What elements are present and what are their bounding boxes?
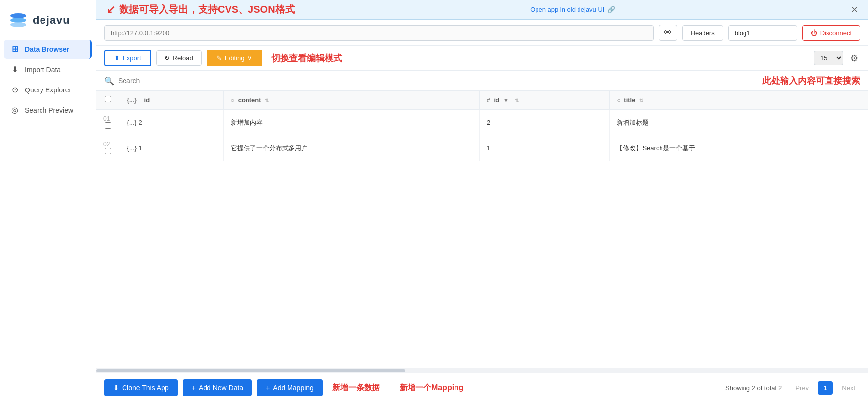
th-num-id-label: id bbox=[494, 96, 499, 104]
index-input[interactable] bbox=[728, 25, 797, 41]
row-number: 01 bbox=[103, 115, 110, 122]
export-icon: ⬆ bbox=[114, 54, 120, 62]
editing-icon: ✎ bbox=[216, 54, 222, 62]
scroll-thumb bbox=[96, 369, 405, 372]
editing-annotation: 切换查看编辑模式 bbox=[271, 52, 342, 64]
table-body: 01 {...} 2 新增加内容 2 新增加标题 02 {...} 1 它提供了… bbox=[96, 109, 868, 161]
export-label: Export bbox=[123, 54, 141, 62]
editing-button[interactable]: ✎ Editing ∨ bbox=[207, 50, 262, 66]
cell-content: 它提供了一个分布式多用户 bbox=[223, 135, 479, 161]
content-sort-icon[interactable]: ⇅ bbox=[265, 98, 269, 103]
add-new-data-button[interactable]: + Add New Data bbox=[183, 379, 252, 396]
sidebar-item-data-browser[interactable]: ⊞ Data Browser bbox=[4, 40, 92, 59]
link-icon: 🔗 bbox=[607, 6, 615, 13]
id-type-icon: {...} bbox=[127, 97, 136, 104]
settings-button[interactable]: ⚙ bbox=[848, 51, 860, 66]
sidebar-item-search-preview[interactable]: ◎ Search Preview bbox=[4, 100, 92, 120]
headers-button[interactable]: Headers bbox=[682, 25, 723, 41]
page-size-select[interactable]: 15 25 50 100 bbox=[814, 51, 843, 65]
row-checkbox[interactable] bbox=[105, 122, 111, 129]
svg-point-0 bbox=[10, 13, 26, 18]
query-explorer-icon: ⊙ bbox=[10, 85, 20, 94]
table-header-row: {...} _id ○ content ⇅ # id ▼ ⇅ bbox=[96, 91, 868, 109]
cell-title: 新增加标题 bbox=[610, 109, 868, 135]
th-content-label: content bbox=[238, 96, 261, 104]
sidebar-item-label: Data Browser bbox=[25, 45, 69, 53]
showing-text: Showing 2 of total 2 bbox=[725, 384, 782, 392]
reload-button[interactable]: ↻ Reload bbox=[156, 50, 202, 66]
annotation-add-data: 新增一条数据 bbox=[332, 383, 380, 393]
page-1-button[interactable]: 1 bbox=[818, 381, 833, 395]
footer-annotations: 新增一条数据 新增一个Mapping bbox=[332, 383, 464, 393]
banner-link[interactable]: Open app in old dejavu UI 🔗 bbox=[530, 6, 615, 13]
add-mapping-icon: + bbox=[266, 384, 270, 392]
cell-id: 1 bbox=[480, 135, 610, 161]
disconnect-icon: ⏻ bbox=[811, 29, 817, 37]
cell-title: 【修改】Search是一个基于 bbox=[610, 135, 868, 161]
main-area: ↙ 数据可导入导出，支持CVS、JSON格式 Open app in old d… bbox=[96, 0, 868, 402]
filter-icon[interactable]: ▼ bbox=[503, 97, 509, 104]
cell-_id: {...} 1 bbox=[120, 135, 223, 161]
editing-label: Editing bbox=[225, 54, 245, 62]
title-type-icon: ○ bbox=[617, 97, 620, 104]
clone-label: Clone This App bbox=[122, 384, 169, 392]
prev-button[interactable]: Prev bbox=[790, 381, 814, 395]
th-id-label: _id bbox=[140, 96, 150, 104]
svg-point-1 bbox=[10, 18, 26, 23]
search-icon: 🔍 bbox=[104, 76, 114, 86]
add-data-icon: + bbox=[192, 384, 196, 392]
cell-_id: {...} 2 bbox=[120, 109, 223, 135]
horizontal-scrollbar[interactable] bbox=[96, 368, 868, 373]
row-num-cell: 01 bbox=[96, 109, 120, 135]
th-title-label: title bbox=[624, 96, 635, 104]
title-sort-icon[interactable]: ⇅ bbox=[639, 98, 643, 103]
content-area: 👁 Headers ⏻ Disconnect ⬆ Export ↻ Reload… bbox=[96, 20, 868, 402]
add-mapping-label: Add Mapping bbox=[273, 384, 314, 392]
cell-content: 新增加内容 bbox=[223, 109, 479, 135]
sidebar-item-label: Search Preview bbox=[25, 106, 73, 114]
id-sort-icon[interactable]: ⇅ bbox=[515, 98, 519, 103]
row-num-cell: 02 bbox=[96, 135, 120, 161]
select-all-checkbox[interactable] bbox=[105, 96, 111, 102]
search-annotation: 此处输入内容可直接搜索 bbox=[762, 75, 860, 87]
th-id: {...} _id bbox=[120, 91, 223, 109]
th-title: ○ title ⇅ bbox=[610, 91, 868, 109]
row-checkbox[interactable] bbox=[105, 148, 111, 154]
banner-link-text: Open app in old dejavu UI bbox=[530, 6, 604, 13]
footer: ⬇ Clone This App + Add New Data + Add Ma… bbox=[96, 373, 868, 402]
import-data-icon: ⬇ bbox=[10, 65, 20, 74]
url-bar-row: 👁 Headers ⏻ Disconnect bbox=[96, 20, 868, 46]
export-button[interactable]: ⬆ Export bbox=[104, 50, 151, 66]
next-button[interactable]: Next bbox=[837, 381, 860, 395]
logo-area: dejavu bbox=[0, 5, 96, 40]
th-content: ○ content ⇅ bbox=[223, 91, 479, 109]
sidebar-item-import-data[interactable]: ⬇ Import Data bbox=[4, 60, 92, 79]
toolbar-row: ⬆ Export ↻ Reload ✎ Editing ∨ 切换查看编辑模式 1… bbox=[96, 46, 868, 71]
eye-button[interactable]: 👁 bbox=[659, 25, 677, 41]
num-id-type-icon: # bbox=[487, 97, 490, 104]
add-mapping-button[interactable]: + Add Mapping bbox=[257, 379, 323, 396]
reload-icon: ↻ bbox=[165, 54, 170, 62]
sidebar-item-label: Query Explorer bbox=[25, 86, 71, 94]
table-row: 01 {...} 2 新增加内容 2 新增加标题 bbox=[96, 109, 868, 135]
banner-close-button[interactable]: ✕ bbox=[851, 5, 858, 14]
data-table-container: {...} _id ○ content ⇅ # id ▼ ⇅ bbox=[96, 91, 868, 368]
url-input[interactable] bbox=[104, 25, 654, 41]
reload-label: Reload bbox=[173, 54, 193, 62]
cell-id: 2 bbox=[480, 109, 610, 135]
svg-point-2 bbox=[10, 22, 26, 27]
content-type-icon: ○ bbox=[231, 97, 234, 104]
sidebar-item-query-explorer[interactable]: ⊙ Query Explorer bbox=[4, 80, 92, 99]
th-num-id: # id ▼ ⇅ bbox=[480, 91, 610, 109]
annotation-add-mapping: 新增一个Mapping bbox=[400, 383, 464, 393]
disconnect-button[interactable]: ⏻ Disconnect bbox=[802, 25, 860, 41]
sidebar-nav: ⊞ Data Browser ⬇ Import Data ⊙ Query Exp… bbox=[0, 40, 96, 120]
search-row: 🔍 此处输入内容可直接搜索 bbox=[96, 71, 868, 91]
dejavu-logo-icon bbox=[9, 11, 28, 30]
top-banner: ↙ 数据可导入导出，支持CVS、JSON格式 Open app in old d… bbox=[96, 0, 868, 20]
search-preview-icon: ◎ bbox=[10, 105, 20, 115]
row-number: 02 bbox=[103, 141, 110, 148]
clone-icon: ⬇ bbox=[113, 384, 119, 392]
search-input[interactable] bbox=[118, 75, 758, 87]
clone-button[interactable]: ⬇ Clone This App bbox=[104, 379, 178, 396]
